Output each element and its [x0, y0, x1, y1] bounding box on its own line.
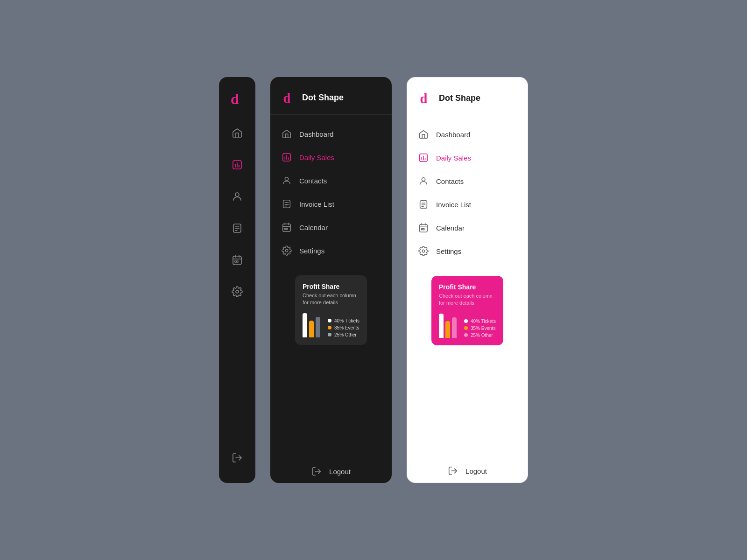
bar-yellow-pink: [445, 321, 450, 338]
person-icon: [232, 191, 243, 202]
nav-label-invoice-dark: Invoice List: [299, 200, 334, 208]
svg-text:d: d: [231, 91, 239, 107]
nav-label-dashboard-light: Dashboard: [436, 131, 470, 139]
legend-light: 40% Tickets 35% Events 25% Other: [464, 319, 496, 338]
nav-item-dashboard-dark[interactable]: Dashboard: [270, 122, 392, 146]
svg-rect-24: [283, 200, 290, 208]
nav-item-dashboard-light[interactable]: Dashboard: [407, 123, 528, 146]
bars-light: [439, 314, 457, 338]
profit-card-desc-light: Check out each columnfor more details: [439, 293, 496, 307]
settings-icon-light: [418, 246, 429, 256]
svg-rect-10: [233, 256, 241, 265]
nav-icon-daily-sales[interactable]: [228, 155, 247, 174]
profit-card-desc-dark: Check out each columnfor more details: [303, 292, 359, 307]
nav-label-invoice-light: Invoice List: [436, 201, 471, 209]
legend-dot-yellow: [328, 326, 331, 329]
svg-rect-51: [423, 229, 424, 230]
svg-rect-14: [235, 261, 236, 262]
nav-icon-invoice-list[interactable]: [228, 219, 247, 238]
nav-label-daily-sales-dark: Daily Sales: [299, 154, 334, 161]
profit-card-dark: Profit Share Check out each columnfor mo…: [295, 275, 367, 345]
legend-item-events-light: 35% Events: [464, 326, 496, 331]
legend-label-tickets-dark: 40% Tickets: [334, 318, 359, 323]
home-icon-light: [418, 129, 429, 140]
legend-item-other-dark: 25% Other: [328, 332, 359, 337]
sidebar-wide-dark: d Dot Shape Dashboard Daily Sales: [270, 77, 392, 483]
logo-icon: d: [229, 90, 246, 107]
legend-dot-pink-light: [464, 333, 468, 337]
app-name-dark: Dot Shape: [302, 93, 344, 103]
svg-rect-15: [237, 261, 238, 262]
chart-area-light: 40% Tickets 35% Events 25% Other: [439, 314, 496, 338]
nav-item-calendar-dark[interactable]: Calendar: [270, 216, 392, 239]
app-name-light: Dot Shape: [439, 93, 480, 103]
nav-item-contacts-dark[interactable]: Contacts: [270, 169, 392, 192]
logout-row-dark[interactable]: Logout: [300, 460, 362, 483]
logout-row-light[interactable]: Logout: [437, 459, 498, 483]
settings-icon: [232, 286, 243, 297]
bar-white-pink: [439, 314, 444, 338]
nav-label-calendar-light: Calendar: [436, 224, 465, 232]
svg-point-5: [235, 193, 239, 196]
person-icon-dark: [282, 175, 292, 186]
nav-item-daily-sales-dark[interactable]: Daily Sales: [270, 146, 392, 169]
logout-icon-area[interactable]: [232, 452, 243, 470]
logout-icon-dark: [311, 466, 322, 476]
nav-item-invoice-light[interactable]: Invoice List: [407, 193, 528, 216]
nav-label-daily-sales-light: Daily Sales: [436, 154, 471, 162]
bar-lightpink: [452, 317, 457, 338]
profit-card-title-dark: Profit Share: [303, 283, 359, 290]
document-icon-dark: [282, 199, 292, 209]
svg-rect-50: [421, 229, 423, 230]
legend-item-tickets-dark: 40% Tickets: [328, 318, 359, 323]
logout-icon-narrow: [232, 452, 243, 463]
nav-label-contacts-light: Contacts: [436, 177, 464, 185]
profit-card-light: Profit Share Check out each columnfor mo…: [431, 276, 503, 345]
bar-gray-dark: [316, 317, 320, 337]
legend-label-other-light: 25% Other: [471, 333, 493, 338]
logo-icon-light: d: [418, 91, 433, 105]
sidebar-header-dark: d Dot Shape: [270, 77, 392, 115]
svg-text:d: d: [420, 91, 428, 105]
svg-point-41: [422, 178, 425, 181]
calendar-icon-light: [418, 223, 429, 233]
sidebar-header-light: d Dot Shape: [407, 77, 528, 115]
svg-rect-6: [233, 224, 241, 232]
nav-item-invoice-dark[interactable]: Invoice List: [270, 192, 392, 216]
nav-icon-calendar[interactable]: [228, 251, 247, 269]
nav-item-daily-sales-light[interactable]: Daily Sales: [407, 146, 528, 169]
nav-icon-settings[interactable]: [228, 282, 247, 301]
settings-icon-dark: [282, 245, 292, 256]
legend-dot-yellow-light: [464, 326, 468, 330]
bars-dark: [303, 313, 320, 337]
svg-text:d: d: [283, 91, 291, 105]
bar-yellow-dark: [309, 321, 314, 337]
nav-icon-dashboard[interactable]: [228, 124, 247, 142]
logout-label-dark: Logout: [329, 468, 351, 476]
nav-item-contacts-light[interactable]: Contacts: [407, 169, 528, 193]
legend-item-other-light: 25% Other: [464, 333, 496, 338]
nav-item-settings-light[interactable]: Settings: [407, 239, 528, 263]
svg-rect-33: [286, 228, 288, 230]
legend-item-tickets-light: 40% Tickets: [464, 319, 496, 324]
chart-icon-active: [232, 159, 243, 170]
nav-label-contacts-dark: Contacts: [299, 177, 327, 185]
svg-rect-46: [420, 224, 428, 232]
legend-label-other-dark: 25% Other: [334, 332, 357, 337]
calendar-icon: [232, 254, 243, 266]
nav-icons: [228, 124, 247, 301]
sidebar-narrow: d: [219, 77, 255, 483]
nav-icon-contacts[interactable]: [228, 187, 247, 206]
nav-label-calendar-dark: Calendar: [299, 224, 328, 231]
profit-card-title-light: Profit Share: [439, 283, 496, 291]
nav-label-settings-dark: Settings: [299, 247, 324, 255]
nav-item-settings-dark[interactable]: Settings: [270, 239, 392, 262]
legend-item-events-dark: 35% Events: [328, 325, 359, 330]
chart-area-dark: 40% Tickets 35% Events 25% Other: [303, 313, 359, 337]
document-icon-light: [418, 199, 429, 210]
sidebar-wide-light: d Dot Shape Dashboard Daily Sales: [407, 77, 528, 483]
svg-rect-42: [420, 201, 427, 209]
nav-item-calendar-light[interactable]: Calendar: [407, 216, 528, 239]
legend-label-events-light: 35% Events: [471, 326, 495, 331]
legend-dark: 40% Tickets 35% Events 25% Other: [328, 318, 359, 337]
